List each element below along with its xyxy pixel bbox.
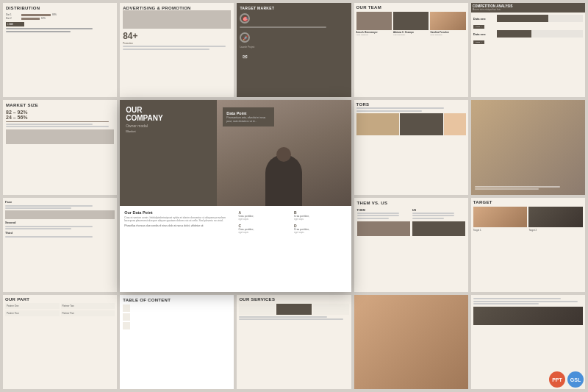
service-1 [239, 304, 274, 315]
target-market-title: Target Market [240, 6, 348, 10]
data-fill-1 [497, 15, 548, 22]
toc-item-2 [123, 313, 231, 321]
misc1-title: Face [5, 200, 115, 204]
grid-c-val: eget capis [238, 231, 291, 234]
misc-image [473, 307, 583, 325]
team-photo-1 [356, 12, 392, 30]
them-vs-us-title: THEM Vs. US [357, 201, 465, 205]
grid-a-val: eget capis [238, 218, 291, 221]
them-image [357, 221, 410, 236]
partners-grid: Partner One Partner Two Partner Four Par… [5, 303, 115, 316]
company-description: Blanket [126, 129, 211, 133]
target-images [473, 207, 583, 227]
toc-item-1 [123, 304, 231, 312]
slide-advertising: ADVERTISING & PROMOTION 84+ Promotion [120, 3, 234, 97]
data-point-overlay: Data Point Praesantium artu, alveolat et… [223, 107, 274, 126]
partner-4: Partner Five [61, 310, 115, 316]
toc-item-3 [123, 322, 231, 329]
competition-subtitle: Mauris duis volutpat faci lisis. [473, 8, 584, 11]
grid-d-val: eget capis [294, 231, 347, 234]
services-grid [239, 304, 348, 315]
target-img-1 [473, 207, 528, 227]
toc-icon-1 [123, 304, 130, 312]
investors-title: TORS [356, 102, 466, 107]
services-title: OUR SERVICES [239, 297, 348, 302]
slide-distribution: Distribution Dist 1 88% Dist 2 62% LOAD [3, 3, 117, 97]
target-img-2 [528, 207, 583, 227]
team-photo-2 [393, 12, 429, 30]
company-photo-panel: Data Point Praesantium artu, alveolat et… [217, 100, 351, 205]
toc-title: TABLE OF CONTENT [123, 298, 231, 302]
dp-title: Data Point [226, 111, 270, 115]
gsl-badge: GSL [567, 371, 584, 388]
target-title: TARGET [473, 200, 583, 204]
toc-icon-3 [123, 322, 130, 329]
data-body2: Phasellus rhoncus due condis el nirus do… [124, 224, 232, 228]
data-bar-2 [497, 30, 583, 38]
market-stats: 82 – 92% [6, 110, 114, 115]
market-image [6, 129, 114, 144]
partner-1: Partner One [5, 303, 60, 309]
grid-b-val: eget caps [294, 218, 347, 221]
us-label: US [412, 208, 465, 212]
view-btn-2[interactable]: VIEW → [473, 40, 485, 44]
grid-item-c: C Cras porttitor, eget capis [238, 224, 291, 234]
target-labels: Target 1 Target 2 [473, 229, 583, 232]
partner-2: Partner Two [61, 303, 115, 309]
company-subtitle: Owner modal [126, 124, 211, 128]
partner-3: Partner Four [5, 310, 60, 316]
dp-text: Praesantium artu, alveolat et neus past,… [226, 116, 270, 123]
people-caption [475, 185, 581, 191]
member-2-role: Lead Designer [393, 34, 429, 36]
toc-icon-2 [123, 313, 130, 321]
mail-icon: ✉ [240, 51, 250, 62]
market-stat1: 82 – 92% [6, 110, 28, 115]
misc1-second: Second [5, 221, 115, 224]
target-label-2: Target 2 [528, 229, 583, 232]
company-left-panel: OUR COMPANY Owner modal Blanket [120, 100, 217, 205]
slide-target: TARGET Target 1 Target 2 [471, 198, 585, 292]
toc-items [123, 304, 231, 329]
slide-people-sitting [471, 100, 585, 194]
launch-label: Launch Project [240, 46, 348, 49]
member-1-role: Lead Designer [356, 34, 392, 36]
slide-target-market: Target Market 🎯 🚀 Launch Project ✉ [237, 3, 351, 97]
investors-photos [356, 113, 466, 135]
data-title: Our Data Point [124, 210, 232, 215]
investor-photo-3 [444, 113, 465, 135]
advertising-image [123, 10, 231, 29]
misc1-third: Third [5, 231, 115, 235]
team-photos: Anna k. Berenmeyer Lead Designer Adriana… [356, 12, 466, 36]
service-2 [276, 304, 312, 315]
format-badges: PPT GSL [549, 371, 584, 388]
service-3 [313, 304, 348, 315]
distribution-chart: Dist 1 88% Dist 2 62% [6, 13, 114, 20]
investor-photo-1 [356, 113, 400, 135]
grid-item-a: A Cras porttitor, eget capis [238, 210, 291, 221]
company-data-left: Our Data Point Cras et verrion conin. In… [124, 210, 232, 288]
advertising-label: Promotion [123, 42, 231, 45]
data-label-1: Data one [473, 17, 495, 21]
abcd-grid: A Cras porttitor, eget capis B Cras port… [238, 210, 346, 234]
person-head [276, 147, 291, 162]
us-image [412, 221, 465, 236]
slide-our-services: OUR SERVICES [237, 295, 351, 389]
us-col: US [412, 208, 465, 236]
company-title: OUR COMPANY [126, 106, 211, 122]
member-3-role: Lead Designer [430, 34, 465, 36]
competition-data-2: Data one [473, 30, 583, 38]
misc1-image [5, 210, 115, 219]
market-stat2: 24 – 56% [6, 115, 114, 120]
target-label-1: Target 1 [473, 229, 528, 232]
slide-our-team: OUR TEAM Anna k. Berenmeyer Lead Designe… [354, 3, 468, 97]
slide-our-partners: OUR PART Partner One Partner Two Partner… [3, 295, 117, 389]
market-size-title: MARKET SIZE [6, 103, 114, 107]
competition-header: COMPETITION ANALYSIS Mauris duis volutpa… [471, 3, 585, 13]
advertising-number: 84+ [123, 31, 231, 41]
investor-photo-2 [400, 113, 443, 135]
view-btn-1[interactable]: VIEW → [473, 25, 485, 29]
slide-them-vs-us: THEM Vs. US THEM US [354, 198, 468, 292]
ppt-badge: PPT [549, 371, 565, 388]
company-bottom-section: Our Data Point Cras et verrion conin. In… [120, 206, 351, 292]
data-label-2: Data one [473, 32, 495, 36]
